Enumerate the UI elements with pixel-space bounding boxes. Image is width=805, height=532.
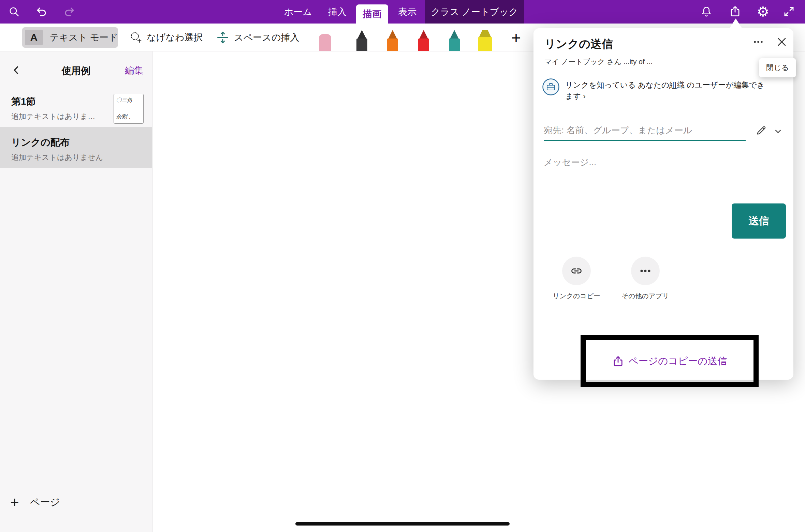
ellipsis-icon bbox=[752, 36, 764, 48]
redo-button[interactable] bbox=[62, 4, 77, 19]
tab-draw[interactable]: 描画 bbox=[356, 4, 388, 24]
tab-view[interactable]: 表示 bbox=[393, 0, 422, 24]
dialog-title: リンクの送信 bbox=[544, 36, 613, 52]
tab-class-notebook[interactable]: クラス ノートブック bbox=[425, 0, 524, 24]
send-button[interactable]: 送信 bbox=[732, 203, 786, 239]
thumbnail-handwriting-line1: 〇三角 bbox=[116, 97, 141, 104]
black-pen-tool[interactable] bbox=[355, 30, 368, 51]
eraser-tool[interactable] bbox=[319, 34, 331, 51]
text-mode-a-icon: A bbox=[25, 30, 43, 45]
red-pen-tool[interactable] bbox=[417, 30, 430, 51]
permission-text: リンクを知っている あなたの組織 のユーザーが編集できます › bbox=[565, 78, 771, 102]
permission-row[interactable]: リンクを知っている あなたの組織 のユーザーが編集できます › bbox=[542, 78, 778, 102]
send-page-copy-button[interactable]: ページのコピーの送信 bbox=[612, 355, 727, 368]
text-mode-label: テキスト モード bbox=[50, 31, 118, 44]
bell-icon bbox=[700, 5, 713, 18]
expand-icon bbox=[783, 5, 795, 18]
edit-button[interactable]: 編集 bbox=[125, 64, 143, 77]
organization-briefcase-icon bbox=[542, 78, 560, 97]
add-page-button[interactable]: + ページ bbox=[0, 493, 152, 512]
fullscreen-button[interactable] bbox=[781, 4, 796, 19]
notebook-context: マイ ノートブック さん ...ity of ... bbox=[544, 57, 653, 66]
send-page-copy-label: ページのコピーの送信 bbox=[628, 355, 727, 368]
copy-link-group: リンクのコピー bbox=[562, 257, 591, 301]
link-icon bbox=[570, 265, 583, 277]
edit-pencil-button[interactable] bbox=[755, 124, 767, 137]
close-tooltip: 閉じる bbox=[759, 58, 796, 77]
share-upload-icon bbox=[612, 355, 624, 367]
notifications-button[interactable] bbox=[699, 4, 714, 19]
toolbar-divider bbox=[343, 28, 343, 47]
chevron-down-icon bbox=[773, 126, 783, 136]
lasso-label: なげなわ選択 bbox=[147, 31, 203, 44]
lasso-select-button[interactable]: なげなわ選択 bbox=[130, 24, 203, 51]
redo-icon bbox=[63, 5, 76, 18]
close-icon bbox=[776, 36, 788, 48]
insert-space-label: スペースの挿入 bbox=[234, 31, 299, 44]
page-list-sidebar: 使用例 編集 第1節 追加テキストはありま… 〇三角 余割． リンクの配布 追加… bbox=[0, 51, 152, 532]
recipient-input[interactable] bbox=[544, 120, 746, 140]
dialog-callout-arrow bbox=[729, 18, 742, 29]
page-thumbnail: 〇三角 余割． bbox=[114, 94, 144, 124]
tab-home[interactable]: ホーム bbox=[279, 0, 318, 24]
ellipsis-icon bbox=[639, 264, 652, 277]
page-title: リンクの配布 bbox=[11, 136, 70, 149]
pencil-icon bbox=[756, 124, 767, 136]
copy-link-button[interactable] bbox=[562, 257, 591, 285]
search-icon bbox=[8, 6, 20, 17]
other-apps-button[interactable] bbox=[631, 257, 660, 285]
home-indicator[interactable] bbox=[295, 522, 510, 526]
add-pen-button[interactable]: + bbox=[508, 24, 525, 51]
page-item-section1[interactable]: 第1節 追加テキストはありま… 〇三角 余割． bbox=[0, 92, 152, 127]
top-app-bar: ホーム 挿入 描画 表示 クラス ノートブック ⚙ bbox=[0, 0, 805, 24]
undo-button[interactable] bbox=[34, 4, 49, 19]
share-button[interactable] bbox=[728, 4, 743, 19]
plus-icon: + bbox=[10, 494, 19, 511]
thumbnail-handwriting-line2: 余割． bbox=[116, 113, 141, 121]
gear-icon: ⚙ bbox=[757, 4, 769, 19]
lasso-icon bbox=[130, 31, 142, 44]
page-subtitle: 追加テキストはありま… bbox=[11, 111, 95, 122]
tab-insert[interactable]: 挿入 bbox=[323, 0, 352, 24]
recipient-field bbox=[544, 120, 746, 141]
insert-space-icon bbox=[216, 31, 229, 44]
settings-button[interactable]: ⚙ bbox=[756, 4, 771, 19]
more-options-button[interactable] bbox=[751, 34, 766, 49]
orange-pen-tool[interactable] bbox=[386, 30, 399, 51]
galaxy-pen-tool[interactable] bbox=[448, 30, 461, 51]
page-item-link-distribution[interactable]: リンクの配布 追加テキストはありません bbox=[0, 127, 152, 168]
undo-icon bbox=[35, 5, 48, 18]
page-subtitle: 追加テキストはありません bbox=[11, 152, 103, 163]
text-mode-button[interactable]: A テキスト モード bbox=[22, 27, 118, 48]
page-title: 第1節 bbox=[11, 95, 36, 108]
insert-space-button[interactable]: スペースの挿入 bbox=[216, 24, 299, 51]
annotation-highlight-box: ページのコピーの送信 bbox=[581, 335, 759, 387]
other-apps-label: その他のアプリ bbox=[621, 291, 669, 301]
add-page-label: ページ bbox=[30, 496, 60, 509]
recipient-options-button[interactable] bbox=[773, 126, 783, 136]
close-button[interactable] bbox=[774, 34, 789, 49]
share-icon bbox=[729, 5, 742, 18]
other-apps-group: その他のアプリ bbox=[631, 257, 660, 301]
copy-link-label: リンクのコピー bbox=[553, 291, 600, 301]
message-input[interactable] bbox=[544, 153, 769, 171]
search-button[interactable] bbox=[6, 4, 21, 19]
yellow-highlighter-tool[interactable] bbox=[477, 30, 493, 51]
share-dialog: リンクの送信 閉じる マイ ノートブック さん ...ity of ... リン… bbox=[533, 28, 793, 380]
